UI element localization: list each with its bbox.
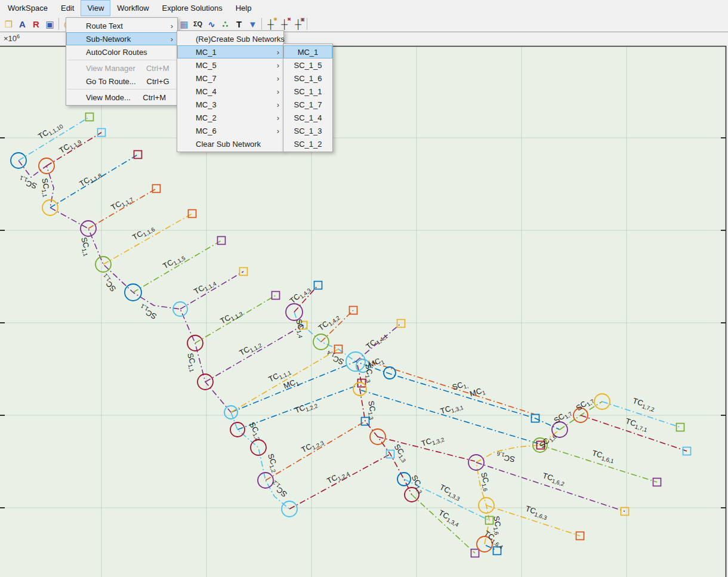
menu-item-label: MC_6 <box>196 126 217 135</box>
menu-item-label: SC_1_1 <box>294 87 322 96</box>
menubar-item-edit[interactable]: Edit <box>54 0 81 16</box>
menu-item-label: View Manager <box>86 64 135 73</box>
menu-item-label: MC_4 <box>196 87 217 96</box>
menu-item-shortcut: Ctrl+M <box>135 64 169 73</box>
add-axis-icon[interactable]: ┼✱ <box>264 18 277 30</box>
menu-item-label: Route Text <box>86 21 123 30</box>
submenu-arrow-icon: › <box>272 87 279 96</box>
menu-item-sc-1-6[interactable]: SC_1_6 <box>283 72 332 85</box>
menu-item-label: SC_1_2 <box>294 140 322 149</box>
submenu-arrow-icon: › <box>166 35 173 44</box>
menu-item-mc-2[interactable]: MC_2› <box>177 111 283 124</box>
menu-item-label: Go To Route... <box>86 77 136 86</box>
axis-properties-icon[interactable]: ┼▣ <box>292 18 304 30</box>
menu-item-label: SC_1_4 <box>294 113 322 122</box>
menubar-item-view[interactable]: View <box>81 0 110 16</box>
menubar-item-workspace[interactable]: WorkSpace <box>1 0 54 16</box>
text-report-icon[interactable]: A <box>16 18 29 30</box>
menubar-item-help[interactable]: Help <box>229 0 258 16</box>
add-axis-icon-badge: ✱ <box>273 17 277 22</box>
menu-item-label: SC_1_5 <box>294 61 322 70</box>
view-menu: Route Text›Sub-Network›AutoColor Routes›… <box>66 17 178 106</box>
menu-item-sc-1-7[interactable]: SC_1_7 <box>283 98 332 111</box>
menu-item-go-to-route[interactable]: Go To Route...Ctrl+G› <box>66 75 177 88</box>
sum-flow-icon[interactable]: ΣQ <box>192 18 204 30</box>
menu-item-mc-4[interactable]: MC_4› <box>177 85 283 98</box>
menu-item-sc-1-5[interactable]: SC_1_5 <box>283 58 332 72</box>
menu-item-view-manager: View ManagerCtrl+M› <box>66 61 177 75</box>
menu-item-sc-1-1[interactable]: SC_1_1 <box>283 85 332 98</box>
toolbar-separator <box>307 18 307 30</box>
menu-item-mc-1[interactable]: MC_1 <box>283 45 332 58</box>
menu-item-label: MC_5 <box>196 61 217 70</box>
submenu-arrow-icon: › <box>272 48 279 57</box>
subnetwork-menu: (Re)Create Sub Networks›MC_1›MC_5›MC_7›M… <box>177 30 284 152</box>
open-file-icon[interactable]: ❒ <box>2 18 15 30</box>
menu-item-mc-7[interactable]: MC_7› <box>177 72 283 85</box>
text-label-icon[interactable]: T <box>233 18 245 30</box>
line-plot-icon[interactable]: ∿ <box>205 18 218 30</box>
axis-properties-icon-badge: ▣ <box>300 17 305 22</box>
menu-item-shortcut: Ctrl+M <box>132 93 166 102</box>
menu-item-label: SC_1_7 <box>294 100 322 109</box>
submenu-arrow-icon: › <box>272 100 279 109</box>
menu-item-label: View Mode... <box>86 93 131 102</box>
menu-item-label: SC_1_6 <box>294 74 322 83</box>
toolbar-separator <box>58 18 59 30</box>
menu-item-re-create-sub-networks[interactable]: (Re)Create Sub Networks› <box>177 32 283 45</box>
menubar-item-explore-solutions[interactable]: Explore Solutions <box>156 0 229 16</box>
menu-bar: WorkSpaceEditViewWorkflowExplore Solutio… <box>0 0 728 16</box>
menu-item-label: MC_7 <box>196 74 217 83</box>
plot-background <box>0 46 726 577</box>
menu-item-sc-1-2[interactable]: SC_1_2 <box>283 137 332 150</box>
menu-item-label: MC_2 <box>196 113 217 122</box>
toolbar-separator <box>261 18 262 30</box>
submenu-arrow-icon: › <box>166 21 173 30</box>
menu-item-label: (Re)Create Sub Networks <box>196 35 285 44</box>
menu-item-label: AutoColor Routes <box>86 48 147 57</box>
menu-item-label: Clear Sub Network <box>196 140 261 149</box>
routes-menu: MC_1SC_1_5SC_1_6SC_1_1SC_1_7SC_1_4SC_1_3… <box>283 44 333 152</box>
scatter-plot-icon[interactable]: ∴ <box>219 18 232 30</box>
menu-item-sc-1-3[interactable]: SC_1_3 <box>283 124 332 137</box>
submenu-arrow-icon: › <box>272 126 279 135</box>
menu-item-label: MC_1 <box>196 48 217 57</box>
menu-item-mc-6[interactable]: MC_6› <box>177 124 283 137</box>
menu-item-clear-sub-network[interactable]: Clear Sub Network› <box>177 137 283 150</box>
menu-item-label: MC_1 <box>298 48 319 57</box>
menu-item-mc-1[interactable]: MC_1› <box>177 45 283 58</box>
menu-item-route-text[interactable]: Route Text› <box>66 19 177 32</box>
menu-item-autocolor-routes[interactable]: AutoColor Routes› <box>66 45 177 58</box>
menu-item-label: SC_1_3 <box>294 126 322 135</box>
menu-item-label: Sub-Network <box>86 35 131 44</box>
submenu-arrow-icon: › <box>272 74 279 83</box>
menu-item-sub-network[interactable]: Sub-Network› <box>66 32 177 45</box>
menu-item-mc-3[interactable]: MC_3› <box>177 98 283 111</box>
menu-item-mc-5[interactable]: MC_5› <box>177 58 283 72</box>
menu-item-sc-1-4[interactable]: SC_1_4 <box>283 111 332 124</box>
save-icon[interactable]: ▣ <box>44 18 56 30</box>
menu-item-label: MC_3 <box>196 100 217 109</box>
route-report-icon[interactable]: R <box>30 18 42 30</box>
filter-routes-icon[interactable]: ▼ <box>246 18 259 30</box>
menubar-item-workflow[interactable]: Workflow <box>110 0 155 16</box>
delete-axis-icon[interactable]: ┼✖ <box>278 18 291 30</box>
submenu-arrow-icon: › <box>272 61 279 70</box>
menu-item-view-mode[interactable]: View Mode...Ctrl+M› <box>66 91 177 104</box>
menu-item-shortcut: Ctrl+G <box>136 77 169 86</box>
axis-scale-label: ×106 <box>4 33 20 43</box>
subnetwork-grid-icon[interactable]: ▦ <box>178 18 190 30</box>
delete-axis-icon-badge: ✖ <box>287 17 291 22</box>
submenu-arrow-icon: › <box>272 113 279 122</box>
